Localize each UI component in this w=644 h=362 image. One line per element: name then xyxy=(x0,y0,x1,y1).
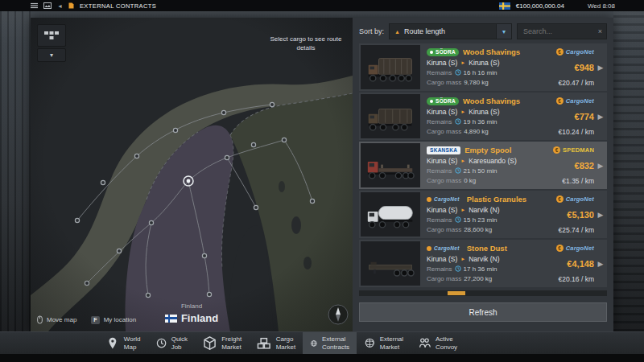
route-arrow-icon: ► xyxy=(460,109,465,114)
nav-cargo-market[interactable]: Cargo Market xyxy=(249,332,303,354)
sort-dropdown[interactable]: ▲ Route length ▾ xyxy=(389,23,512,39)
player-money: €100,000,000.04 xyxy=(516,2,564,10)
bottom-nav-bar: World Map Quick Job Freight Market Cargo… xyxy=(0,331,644,354)
sort-ascending-icon[interactable]: ▲ xyxy=(394,29,400,35)
contract-card[interactable]: CargoNet Stone Dust Kiruna (S) ► Narvik … xyxy=(359,240,607,287)
cargo-name: Wood Shavings xyxy=(463,97,520,105)
contracts-doc-icon xyxy=(68,2,74,9)
clock-icon xyxy=(455,216,461,223)
contract-price: €774 xyxy=(575,112,594,121)
cargo-box-icon xyxy=(202,335,217,351)
country-label-large: Finland xyxy=(31,312,353,324)
chevron-down-icon: ▾ xyxy=(50,52,53,59)
euro-coin-icon: € xyxy=(556,48,564,56)
route-arrow-icon: ► xyxy=(460,60,465,65)
nav-external-contracts[interactable]: External Contracts xyxy=(303,332,357,354)
map-panel[interactable]: Select cargo to see route details ▾ Move… xyxy=(31,18,353,331)
convoy-people-icon xyxy=(418,336,431,350)
list-scrollbar[interactable] xyxy=(359,290,607,296)
gallery-icon[interactable] xyxy=(43,2,52,9)
map-legend-icon xyxy=(43,30,60,41)
scrollbar-handle[interactable] xyxy=(448,291,465,295)
truck-thumbnail xyxy=(361,45,420,89)
mass-line: Cargo mass 28,600 kg xyxy=(427,226,523,234)
contract-list: SÖDRA Wood Shavings Kiruna (S) ► Kiruna … xyxy=(359,43,607,287)
contract-price: €948 xyxy=(575,63,594,72)
dropdown-chevron-icon[interactable]: ▾ xyxy=(496,24,511,39)
price-per-km: €1.35 / km xyxy=(562,177,594,185)
nav-world-map[interactable]: World Map xyxy=(98,332,148,354)
nav-freight-market[interactable]: Freight Market xyxy=(195,332,249,354)
expand-chevron-icon[interactable]: ▶ xyxy=(594,191,607,238)
clock-icon xyxy=(455,265,461,272)
game-time: Wed 8:08 xyxy=(588,2,615,10)
contract-card[interactable]: SÖDRA Wood Shavings Kiruna (S) ► Kiruna … xyxy=(359,43,607,91)
mass-line: Cargo mass 4,890 kg xyxy=(427,128,523,136)
price-per-km: €20.47 / km xyxy=(559,79,594,87)
remains-line: Remains 19 h 36 min xyxy=(427,117,523,125)
contract-card[interactable]: CargoNet Plastic Granules Kiruna (S) ► N… xyxy=(359,191,607,238)
route: Kiruna (S) ► Karesuando (S) xyxy=(427,157,523,165)
globe-icon xyxy=(364,337,376,349)
cargo-name: Plastic Granules xyxy=(467,195,526,204)
mass-line: Cargo mass 9,780 kg xyxy=(427,79,523,87)
finland-flag-icon xyxy=(165,315,177,323)
clock-icon xyxy=(455,167,461,174)
cargo-name: Wood Shavings xyxy=(463,47,520,56)
map-legend-button[interactable] xyxy=(37,24,66,47)
route: Kiruna (S) ► Narvik (N) xyxy=(427,255,523,263)
route-arrow-icon: ► xyxy=(460,257,465,261)
top-status-bar: ◄ EXTERNAL CONTRACTS €100,000,000.04 Wed… xyxy=(0,0,644,11)
sort-by-label: Sort by: xyxy=(359,27,384,35)
scandinavia-map[interactable] xyxy=(31,18,353,331)
recruiter-badge: € CargoNet xyxy=(556,47,594,56)
expand-chevron-icon[interactable]: ▶ xyxy=(594,240,607,287)
garage-wall-left xyxy=(0,11,31,331)
route: Kiruna (S) ► Kiruna (S) xyxy=(427,108,523,116)
company-logo: SÖDRA xyxy=(427,48,459,56)
search-input[interactable] xyxy=(522,27,596,36)
nav-external-market[interactable]: External Market xyxy=(357,332,411,354)
price-per-km: €10.24 / km xyxy=(559,128,594,136)
contract-price: €5,130 xyxy=(567,210,594,220)
country-label-small: Finland xyxy=(31,302,353,310)
expand-chevron-icon[interactable]: ▶ xyxy=(594,93,607,140)
expand-chevron-icon[interactable]: ▶ xyxy=(594,43,607,91)
contract-card[interactable]: SÖDRA Wood Shavings Kiruna (S) ► Kiruna … xyxy=(359,93,607,140)
contracts-panel: Sort by: ▲ Route length ▾ × xyxy=(353,18,613,331)
remains-line: Remains 21 h 50 min xyxy=(427,167,523,175)
garage-floor xyxy=(0,354,644,362)
contract-card-selected[interactable]: SKANSKA Empty Spool Kiruna (S) ► Karesua… xyxy=(359,142,607,189)
refresh-button[interactable]: Refresh xyxy=(359,302,607,322)
search-box[interactable]: × xyxy=(517,23,607,39)
recruiter-badge: € SPEDMAN xyxy=(553,146,594,154)
nav-quick-job[interactable]: Quick Job xyxy=(148,332,196,354)
contract-price: €832 xyxy=(575,161,594,171)
company-logo: SÖDRA xyxy=(427,97,459,105)
truck-thumbnail xyxy=(361,192,420,237)
euro-coin-icon: € xyxy=(556,195,564,203)
remains-line: Remains 17 h 36 min xyxy=(427,265,523,273)
route-details-hint: Select cargo to see route details xyxy=(261,35,351,53)
nav-active-convoy[interactable]: Active Convoy xyxy=(411,332,464,354)
cargo-name: Stone Dust xyxy=(467,244,507,253)
euro-coin-icon: € xyxy=(556,97,564,105)
breadcrumb: EXTERNAL CONTRACTS xyxy=(80,2,156,10)
recruiter-badge: € CargoNet xyxy=(556,195,594,204)
sweden-flag-icon xyxy=(499,2,510,10)
clear-search-icon[interactable]: × xyxy=(596,27,602,35)
sort-selected-option: Route length xyxy=(404,27,492,35)
clock-icon xyxy=(155,337,167,349)
route: Kiruna (S) ► Narvik (N) xyxy=(427,206,523,214)
euro-coin-icon: € xyxy=(553,146,560,154)
collapse-panel-button[interactable]: ▾ xyxy=(37,48,66,62)
recruiter-badge: € CargoNet xyxy=(556,97,594,105)
menu-icon[interactable] xyxy=(31,2,38,9)
recruiter-badge: € CargoNet xyxy=(556,244,594,253)
expand-chevron-icon[interactable]: ▶ xyxy=(594,142,607,189)
compass-icon xyxy=(328,304,349,325)
remains-line: Remains 15 h 23 min xyxy=(427,216,523,224)
globe-contract-icon xyxy=(310,339,318,348)
remains-line: Remains 16 h 16 min xyxy=(427,68,523,76)
back-icon[interactable]: ◄ xyxy=(57,3,63,9)
